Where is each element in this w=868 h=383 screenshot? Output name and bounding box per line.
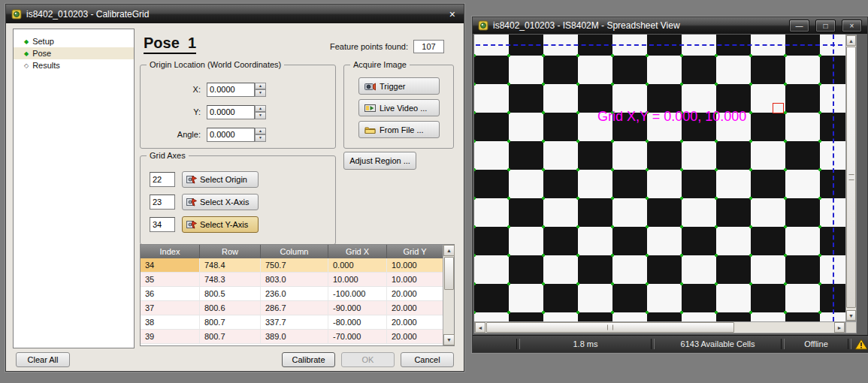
origin-angle-label: Angle:	[148, 130, 201, 139]
column-header-column[interactable]: Column	[261, 245, 328, 258]
select-y-axis-button[interactable]: Select Y-Axis	[182, 216, 259, 233]
maximize-icon[interactable]: □	[815, 20, 836, 32]
tree-bullet-icon: ◆	[24, 38, 29, 45]
table-row[interactable]: 39 800.7 389.0 -70.000 20.000	[141, 330, 443, 344]
select-origin-button[interactable]: Select Origin	[182, 171, 259, 188]
spin-down-icon[interactable]: ▼	[255, 134, 266, 142]
calibrate-button[interactable]: Calibrate	[282, 352, 335, 367]
close-icon[interactable]: ×	[446, 8, 458, 20]
origin-x-label: X:	[148, 85, 201, 94]
calibration-region-top-line	[476, 44, 842, 46]
table-row[interactable]: 35 748.3 803.0 10.000 10.000	[141, 273, 443, 287]
scroll-down-icon[interactable]: ▼	[443, 334, 455, 345]
tree-item-pose[interactable]: ◆ Pose	[14, 47, 134, 59]
status-separator	[848, 339, 851, 349]
calibration-region-right-line	[833, 35, 834, 321]
cell-index: 36	[141, 287, 200, 300]
x-axis-index-input[interactable]	[150, 195, 175, 210]
cell-row: 800.7	[200, 330, 261, 343]
connection-status: Offline	[787, 336, 845, 352]
cell-row: 800.6	[200, 301, 261, 315]
vertical-scrollbar[interactable]: ▲ ▼	[845, 35, 857, 321]
spin-up-icon[interactable]: ▲	[255, 128, 266, 135]
cell-column: 286.7	[261, 301, 328, 315]
cell-index: 38	[141, 315, 200, 329]
origin-y-input[interactable]	[207, 105, 255, 119]
horizontal-scrollbar[interactable]: ◄ ►	[474, 321, 845, 333]
scrollbar-thumb[interactable]	[486, 322, 734, 333]
spin-down-icon[interactable]: ▼	[255, 89, 266, 97]
feature-points-label: Feature points found:	[330, 42, 408, 51]
window-title: is8402_010203 - IS8402M - Spreadsheet Vi…	[493, 20, 783, 31]
trigger-icon	[364, 82, 376, 91]
scroll-left-icon[interactable]: ◄	[475, 322, 485, 333]
tree-bullet-icon: ◇	[24, 62, 29, 69]
origin-x-input[interactable]	[207, 83, 255, 97]
scrollbar-thumb[interactable]	[846, 47, 856, 308]
cell-index: 39	[141, 330, 200, 343]
available-cells-status: 6143 Available Cells	[657, 336, 779, 352]
clear-all-button[interactable]: Clear All	[16, 352, 70, 367]
column-header-grid-x[interactable]: Grid X	[328, 245, 387, 258]
tree-item-results[interactable]: ◇ Results	[14, 59, 134, 71]
tree-item-label: Pose	[32, 49, 51, 58]
cell-grid-x: 0.000	[328, 258, 387, 272]
live-video-icon	[364, 104, 376, 113]
table-row[interactable]: 36 800.5 236.0 -100.000 20.000	[141, 287, 443, 301]
button-label: Select Origin	[200, 175, 247, 184]
table-row[interactable]: 34 748.4 750.7 0.000 10.000	[141, 258, 443, 273]
acquisition-time-status: 1.8 ms	[522, 336, 649, 352]
scroll-right-icon[interactable]: ►	[834, 322, 845, 333]
table-row[interactable]: 37 800.6 286.7 -90.000 20.000	[141, 301, 443, 315]
button-label: Select Y-Axis	[200, 220, 248, 229]
origin-index-input[interactable]	[150, 172, 175, 187]
scrollbar-corner	[845, 321, 857, 333]
column-header-row[interactable]: Row	[200, 245, 261, 258]
origin-angle-stepper: ▲ ▼	[255, 128, 266, 142]
from-file-icon	[364, 125, 376, 134]
calibrate-window-titlebar[interactable]: is8402_010203 - CalibrateGrid ×	[6, 5, 464, 23]
scroll-up-icon[interactable]: ▲	[443, 245, 455, 256]
pose-heading: Pose 1	[144, 35, 196, 54]
origin-y-stepper: ▲ ▼	[255, 105, 266, 119]
calibration-grid-image[interactable]: Grid X,Y = 0.000, 10.000	[474, 35, 845, 321]
tree-item-label: Results	[32, 61, 60, 70]
live-video-button[interactable]: Live Video ...	[358, 99, 440, 116]
origin-angle-input[interactable]	[207, 128, 255, 142]
y-axis-index-input[interactable]	[150, 217, 175, 232]
adjust-region-button[interactable]: Adjust Region ...	[343, 152, 416, 170]
from-file-button[interactable]: From File ...	[358, 121, 440, 138]
minimize-icon[interactable]: —	[789, 20, 809, 32]
select-x-axis-button[interactable]: Select X-Axis	[182, 194, 259, 210]
tree-item-setup[interactable]: ◆ Setup	[14, 35, 134, 47]
scroll-up-icon[interactable]: ▲	[846, 35, 856, 46]
feature-points-table: Index Row Column Grid X Grid Y 34 748.4 …	[140, 244, 455, 346]
window-title: is8402_010203 - CalibrateGrid	[26, 9, 442, 20]
trigger-button[interactable]: Trigger	[358, 77, 440, 95]
cell-grid-y: 10.000	[387, 273, 443, 286]
cell-grid-x: -80.000	[328, 315, 387, 329]
spin-up-icon[interactable]: ▲	[255, 83, 266, 90]
cell-grid-x: -100.000	[328, 287, 387, 300]
app-icon	[11, 9, 22, 20]
warning-status[interactable]	[854, 336, 868, 352]
table-scrollbar[interactable]: ▲ ▼	[443, 245, 454, 345]
close-icon[interactable]: ×	[842, 20, 862, 32]
cell-column: 236.0	[261, 287, 328, 300]
cell-index: 34	[141, 258, 200, 272]
scrollbar-thumb[interactable]	[444, 257, 454, 290]
scroll-down-icon[interactable]: ▼	[846, 310, 856, 321]
status-separator	[516, 339, 520, 349]
column-header-index[interactable]: Index	[141, 245, 200, 258]
select-point-icon	[186, 220, 197, 229]
cancel-button[interactable]: Cancel	[401, 352, 454, 367]
spin-up-icon[interactable]: ▲	[255, 105, 266, 113]
column-header-grid-y[interactable]: Grid Y	[387, 245, 443, 258]
cell-index: 35	[141, 273, 200, 286]
table-row[interactable]: 38 800.7 337.7 -80.000 20.000	[141, 315, 443, 330]
spreadsheet-window-titlebar[interactable]: is8402_010203 - IS8402M - Spreadsheet Vi…	[473, 17, 867, 34]
status-separator	[781, 339, 785, 349]
warning-icon	[854, 339, 868, 350]
spin-down-icon[interactable]: ▼	[255, 112, 266, 119]
cell-row: 748.3	[200, 273, 261, 286]
